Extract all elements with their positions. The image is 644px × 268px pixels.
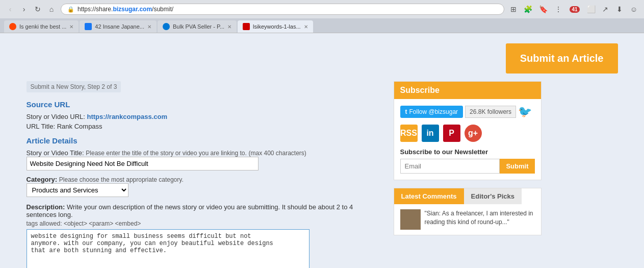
comments-tabs-section: Latest Comments Editor's Picks "Sian: As… <box>394 188 542 235</box>
description-label: Description: <box>27 203 67 211</box>
url-text: https://share.bizsugar.com/submit/ <box>78 6 173 13</box>
header-area: Submit an Article <box>16 43 628 81</box>
description-section: Description: Write your own description … <box>27 203 383 268</box>
url-title-label: URL Title: <box>27 123 57 130</box>
category-label: Category: Please choose the most appropr… <box>27 176 184 183</box>
nav-buttons: ‹ › ↻ ⌂ <box>4 3 58 15</box>
gplus-icon[interactable]: g+ <box>465 125 482 142</box>
tab-label-0: Is genki the best ... <box>19 23 66 30</box>
url-title-row: URL Title: Rank Compass <box>27 123 383 130</box>
url-title-value: Rank Compass <box>57 123 102 130</box>
comment-avatar <box>400 209 421 230</box>
social-icons: RSS in P g+ <box>400 125 535 142</box>
badge-button[interactable]: 41 <box>566 3 583 15</box>
tags-allowed: tags allowed: <object> <param> <embed> <box>27 220 383 227</box>
back-button[interactable]: ‹ <box>4 3 16 15</box>
category-select[interactable]: Products and Services Technology Marketi… <box>27 183 128 197</box>
title-input[interactable] <box>27 157 259 170</box>
zoom-icon[interactable]: ↗ <box>599 3 611 15</box>
home-button[interactable]: ⌂ <box>45 3 58 15</box>
profile-icon[interactable]: ☺ <box>628 3 640 15</box>
refresh-button[interactable]: ↻ <box>32 3 44 15</box>
editors-picks-tab[interactable]: Editor's Picks <box>464 188 522 204</box>
browser-tabs-bar: Is genki the best ... ✕ 42 Insane Japane… <box>0 18 644 33</box>
article-details-title: Article Details <box>27 136 383 145</box>
browser-chrome: ‹ › ↻ ⌂ 🔒 https://share.bizsugar.com/sub… <box>0 0 644 33</box>
download-icon[interactable]: ⬇ <box>613 3 626 15</box>
browser-tab-1[interactable]: 42 Insane Japane... ✕ <box>80 20 157 33</box>
breadcrumb: Submit a New Story, Step 2 of 3 <box>27 81 121 92</box>
tab-label-2: Bulk PVA Seller - P... <box>173 23 224 30</box>
browser-toolbar: ‹ › ↻ ⌂ 🔒 https://share.bizsugar.com/sub… <box>0 0 644 18</box>
address-bar[interactable]: 🔒 https://share.bizsugar.com/submit/ <box>61 4 504 15</box>
bookmark-icon[interactable]: 🔖 <box>536 3 550 15</box>
notification-badge: 41 <box>570 6 579 13</box>
category-hint: Please choose the most appropriate categ… <box>59 176 184 183</box>
rss-icon[interactable]: RSS <box>400 125 418 142</box>
twitter-follow-button[interactable]: t Follow @bizsugar <box>400 106 463 118</box>
followers-count: 26.8K followers <box>465 106 516 118</box>
story-url-link[interactable]: https://rankcompass.com <box>87 113 168 120</box>
description-label-row: Description: Write your own description … <box>27 203 383 218</box>
extensions-icon[interactable]: 🧩 <box>522 3 534 15</box>
browser-tab-0[interactable]: Is genki the best ... ✕ <box>4 20 79 33</box>
comment-content: "Sian: As a freelancer, I am interested … <box>394 204 541 235</box>
newsletter-label: Subscribe to our Newsletter <box>400 148 535 156</box>
browser-tab-2[interactable]: Bulk PVA Seller - P... ✕ <box>158 20 237 33</box>
title-field-label-row: Story or Video Title: Please enter the t… <box>27 149 383 157</box>
description-textarea[interactable]: website designing for small business see… <box>27 229 310 268</box>
sidebar: Subscribe t Follow @bizsugar 26.8K follo… <box>394 81 542 268</box>
title-max-chars: (max 400 characters) <box>248 150 306 157</box>
tab-close-1[interactable]: ✕ <box>147 24 151 30</box>
tab-label-1: 42 Insane Japane... <box>95 23 144 30</box>
tab-close-0[interactable]: ✕ <box>69 24 73 30</box>
subscribe-box: Subscribe t Follow @bizsugar 26.8K follo… <box>394 81 542 180</box>
linkedin-icon[interactable]: in <box>422 125 439 142</box>
lock-icon: 🔒 <box>67 6 74 13</box>
tab-favicon-1 <box>85 23 92 30</box>
title-hint: Please enter the title of the story or v… <box>86 150 247 157</box>
screenshot-icon[interactable]: ⬜ <box>585 3 597 15</box>
twitter-follow-row: t Follow @bizsugar 26.8K followers 🐦 <box>400 105 535 118</box>
twitter-bird-icon: 🐦 <box>518 105 532 118</box>
story-title-label: Story or Video Title: Please enter the t… <box>27 149 306 157</box>
tab-close-3[interactable]: ✕ <box>304 24 308 30</box>
source-url-title: Source URL <box>27 100 383 109</box>
grid-icon[interactable]: ⊞ <box>507 3 520 15</box>
tabs-header: Latest Comments Editor's Picks <box>394 188 541 204</box>
description-hint: Write your own description of the news s… <box>27 203 353 218</box>
menu-icon[interactable]: ⋮ <box>552 3 564 15</box>
newsletter-form: Submit <box>400 159 535 174</box>
page-wrapper: Submit an Article Submit a New Story, St… <box>0 33 644 268</box>
browser-tab-3[interactable]: lsikeywords-1-las... ✕ <box>238 20 313 33</box>
page-content: Submit a New Story, Step 2 of 3 Source U… <box>16 81 628 268</box>
browser-actions: ⊞ 🧩 🔖 ⋮ 41 ⬜ ↗ ⬇ ☺ <box>507 3 640 15</box>
latest-comments-tab[interactable]: Latest Comments <box>394 188 464 204</box>
newsletter-email-input[interactable] <box>400 159 500 174</box>
twitter-t-icon: t <box>405 108 407 115</box>
tab-close-2[interactable]: ✕ <box>227 24 231 30</box>
story-url-label: Story or Video URL: https://rankcompass.… <box>27 113 383 120</box>
tab-favicon-2 <box>163 23 170 30</box>
comment-text: "Sian: As a freelancer, I am interested … <box>425 209 535 230</box>
forward-button[interactable]: › <box>18 3 30 15</box>
subscribe-header: Subscribe <box>394 82 541 99</box>
article-details-section: Article Details Story or Video Title: Pl… <box>27 136 383 268</box>
tab-favicon-3 <box>243 23 250 30</box>
pinterest-icon[interactable]: P <box>443 125 460 142</box>
submit-article-button[interactable]: Submit an Article <box>506 43 618 74</box>
source-url-section: Source URL Story or Video URL: https://r… <box>27 100 383 130</box>
category-row: Category: Please choose the most appropr… <box>27 176 383 197</box>
main-form: Submit a New Story, Step 2 of 3 Source U… <box>27 81 383 268</box>
subscribe-content: t Follow @bizsugar 26.8K followers 🐦 RSS… <box>394 99 541 180</box>
tab-favicon-0 <box>9 23 16 30</box>
title-field-group: Story or Video Title: Please enter the t… <box>27 149 383 170</box>
newsletter-submit-button[interactable]: Submit <box>500 159 534 174</box>
tab-label-3: lsikeywords-1-las... <box>253 23 301 30</box>
